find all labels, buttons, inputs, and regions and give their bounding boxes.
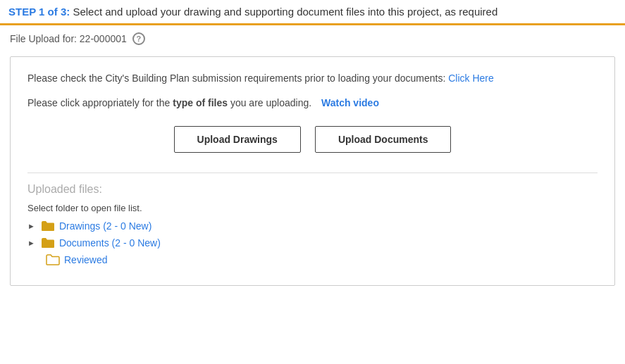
help-icon[interactable]: ? bbox=[132, 32, 145, 45]
folder-filled-icon bbox=[41, 220, 55, 232]
info-line-1: Please check the City's Building Plan su… bbox=[27, 71, 598, 86]
main-box: Please check the City's Building Plan su… bbox=[10, 56, 615, 286]
watch-video-link[interactable]: Watch video bbox=[321, 97, 379, 108]
upload-documents-button[interactable]: Upload Documents bbox=[315, 126, 452, 153]
click-here-link[interactable]: Click Here bbox=[448, 73, 494, 84]
step-header: STEP 1 of 3: Select and upload your draw… bbox=[0, 0, 625, 25]
folder-list: ► Drawings (2 - 0 New) ► Documents (2 - … bbox=[27, 220, 598, 265]
step-label: STEP 1 of 3: bbox=[8, 6, 70, 18]
info-line2-text1: Please click appropriately for the bbox=[27, 97, 173, 108]
folder-empty-icon bbox=[46, 254, 60, 265]
folder-documents-label: Documents (2 - 0 New) bbox=[59, 237, 161, 249]
step-desc: Select and upload your drawing and suppo… bbox=[73, 6, 497, 18]
uploaded-files-section: Uploaded files: Select folder to open fi… bbox=[27, 172, 598, 265]
folder-reviewed-label: Reviewed bbox=[64, 254, 107, 265]
uploaded-files-title: Uploaded files: bbox=[27, 183, 598, 196]
info-line2-text2: you are uploading. bbox=[230, 97, 311, 108]
file-upload-title: File Upload for: 22-000001 bbox=[10, 33, 127, 44]
list-item[interactable]: Reviewed bbox=[46, 254, 598, 265]
button-row: Upload Drawings Upload Documents bbox=[27, 126, 598, 153]
info-line-2: Please click appropriately for the type … bbox=[27, 96, 598, 111]
list-item[interactable]: ► Drawings (2 - 0 New) bbox=[27, 220, 598, 232]
list-item[interactable]: ► Documents (2 - 0 New) bbox=[27, 237, 598, 249]
info-line1-text: Please check the City's Building Plan su… bbox=[27, 73, 445, 84]
select-folder-text: Select folder to open file list. bbox=[27, 203, 598, 213]
info-line2-bold: type of files bbox=[173, 97, 228, 108]
chevron-right-icon: ► bbox=[27, 239, 35, 247]
folder-drawings-label: Drawings (2 - 0 New) bbox=[59, 220, 151, 232]
file-upload-label: File Upload for: 22-000001 ? bbox=[0, 25, 625, 52]
chevron-right-icon: ► bbox=[27, 222, 35, 230]
folder-filled-icon bbox=[41, 237, 55, 249]
upload-drawings-button[interactable]: Upload Drawings bbox=[174, 126, 301, 153]
